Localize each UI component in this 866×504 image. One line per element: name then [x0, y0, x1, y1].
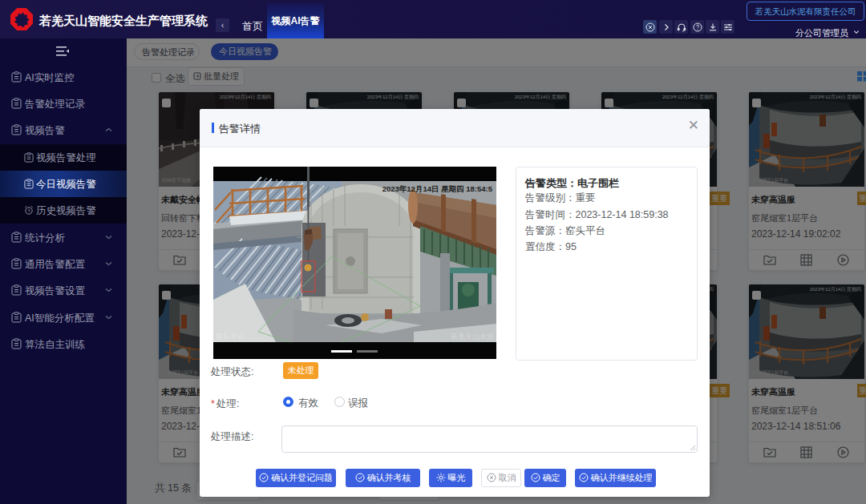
svg-text:窑头平台: 窑头平台: [216, 333, 245, 341]
svg-text:若羌天山水泥: 若羌天山水泥: [450, 333, 494, 341]
svg-text:2023年12月14日 星期四 18:54:5: 2023年12月14日 星期四 18:54:5: [382, 184, 493, 193]
